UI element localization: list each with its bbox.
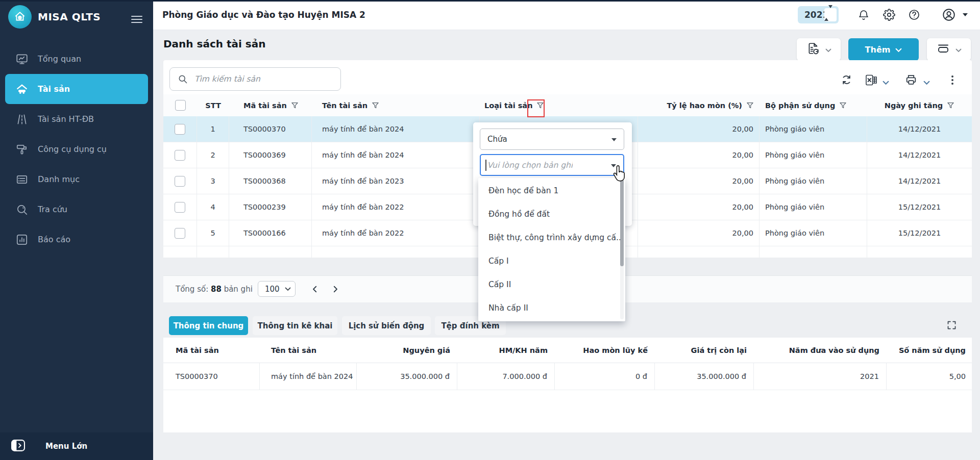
cell-dept: Phòng giáo viên: [760, 142, 867, 168]
scrollbar-thumb[interactable]: [620, 180, 624, 266]
sidebar-item-cong-cu-dung-cu[interactable]: Công cụ dụng cụ: [5, 134, 148, 164]
excel-export-icon[interactable]: [865, 74, 878, 88]
cell-name: máy tính để bàn 2022: [312, 194, 480, 220]
filter-value-combobox[interactable]: Vui lòng chọn bản ghi: [480, 154, 624, 176]
select-all-checkbox[interactable]: [175, 100, 186, 111]
filter-funnel-icon[interactable]: [839, 101, 847, 109]
detail-col-years-used: Số năm sử dụng: [887, 338, 972, 363]
cell-code: TS0000368: [229, 168, 312, 194]
filter-funnel-icon[interactable]: [746, 101, 754, 109]
sidebar-collapse-icon[interactable]: [131, 14, 142, 25]
row-checkbox[interactable]: [175, 150, 185, 161]
cell-stt: 2: [197, 142, 229, 168]
column-header-dept: Bộ phận sử dụng: [760, 94, 867, 116]
dashboard-icon: [15, 53, 29, 66]
cell-rate: 20,00: [638, 194, 760, 220]
scrollbar-track[interactable]: [620, 180, 624, 319]
menu-toggle-icon[interactable]: [11, 440, 25, 453]
detail-col-cost: Nguyên giá: [357, 338, 457, 363]
year-down-icon[interactable]: [828, 5, 832, 18]
layout-view-button[interactable]: [927, 38, 971, 61]
search-input[interactable]: [193, 74, 333, 84]
row-checkbox[interactable]: [175, 176, 185, 187]
prev-page-icon[interactable]: [310, 285, 320, 296]
asset-table-header: STT Mã tài sản Tên tài sản Loại tài sản …: [163, 94, 972, 117]
filter-option[interactable]: Đồng hồ để đất: [478, 202, 625, 226]
topbar: Phòng Giáo dục và Đào tạo Huyện MISA 2 2…: [153, 0, 980, 30]
sidebar-item-tai-san-ht-db[interactable]: Tài sản HT-ĐB: [5, 104, 148, 134]
asset-house-car-icon: [15, 83, 29, 96]
tab-lich-su-bien-dong[interactable]: Lịch sử biến động: [342, 316, 431, 335]
filter-option[interactable]: Cấp I: [478, 249, 625, 273]
cell-stt: 3: [197, 168, 229, 194]
sidebar-item-bao-cao[interactable]: Báo cáo: [5, 224, 148, 254]
sidebar-item-tra-cuu[interactable]: Tra cứu: [5, 194, 148, 224]
tab-thong-tin-chung[interactable]: Thông tin chung: [169, 316, 248, 335]
row-checkbox[interactable]: [175, 228, 185, 239]
filter-option[interactable]: Biệt thự, công trình xây dựng cấ...: [478, 226, 625, 249]
row-checkbox[interactable]: [175, 202, 185, 213]
page-size-select[interactable]: 100: [258, 281, 296, 297]
printer-icon[interactable]: [904, 73, 918, 88]
cell-rate: 20,00: [638, 142, 760, 168]
search-box[interactable]: [169, 67, 341, 91]
next-page-icon[interactable]: [331, 285, 340, 296]
report-chart-icon: [15, 233, 29, 246]
detail-col-year-in-use: Năm đưa vào sử dụng: [754, 338, 887, 363]
detail-col-name: Tên tài sản: [260, 338, 357, 363]
detail-col-dep-accum: Hao mòn lũy kế: [555, 338, 655, 363]
cell-dept: Phòng giáo viên: [760, 220, 867, 246]
search-icon: [178, 74, 188, 84]
detail-cell-dep-accum: 0 đ: [555, 363, 655, 390]
filter-funnel-icon[interactable]: [947, 101, 954, 109]
year-spinner[interactable]: [824, 8, 837, 21]
sidebar-item-danh-muc[interactable]: Danh mục: [5, 164, 148, 194]
menu-size-label[interactable]: Menu Lớn: [45, 442, 87, 451]
account-icon[interactable]: [942, 8, 956, 22]
cell-stt: 4: [197, 194, 229, 220]
chevron-down-icon: [825, 45, 831, 55]
sidebar: MISA QLTS Tổng quan Tài sản Tài sản HT-Đ…: [0, 0, 153, 460]
caret-down-icon[interactable]: [611, 164, 616, 167]
account-caret-icon[interactable]: [963, 13, 968, 16]
gear-icon[interactable]: [883, 9, 895, 21]
organization-title: Phòng Giáo dục và Đào tạo Huyện MISA 2: [162, 0, 365, 30]
select-all-cell: [163, 94, 197, 116]
cell-date: 14/12/2021: [867, 116, 972, 142]
kebab-menu-icon[interactable]: [950, 74, 954, 86]
refresh-icon[interactable]: [840, 73, 853, 88]
sidebar-item-label: Công cụ dụng cụ: [38, 144, 107, 154]
help-icon[interactable]: [908, 9, 920, 21]
detail-table-header: Mã tài sản Tên tài sản Nguyên giá HM/KH …: [163, 338, 972, 363]
export-button[interactable]: [797, 38, 841, 61]
filter-option[interactable]: Đèn học để bàn 1: [478, 179, 625, 202]
filter-funnel-icon[interactable]: [291, 101, 299, 109]
row-checkbox[interactable]: [175, 124, 185, 135]
printer-chevron-icon[interactable]: [923, 78, 930, 87]
year-selector[interactable]: 2021: [798, 6, 839, 23]
logo-house-icon: [13, 10, 27, 23]
cell-date: 14/12/2021: [867, 168, 972, 194]
cell-dept: Phòng giáo viên: [760, 116, 867, 142]
add-button[interactable]: Thêm: [848, 38, 919, 61]
cell-dept: Phòng giáo viên: [760, 194, 867, 220]
filter-option[interactable]: Cấp II: [478, 273, 625, 296]
excel-chevron-icon[interactable]: [883, 78, 889, 87]
filter-option[interactable]: Nhà cấp II: [478, 296, 625, 320]
year-up-icon[interactable]: [824, 8, 828, 21]
detail-col-code: Mã tài sản: [163, 338, 260, 363]
sidebar-item-tong-quan[interactable]: Tổng quan: [5, 44, 148, 74]
cell-name: máy tính để bàn 2022: [312, 220, 480, 246]
filter-operator-select[interactable]: Chứa: [480, 129, 624, 150]
cell-date: 15/12/2021: [867, 194, 972, 220]
detail-cell-remaining: 35.000.000 đ: [655, 363, 754, 390]
road-icon: [15, 113, 29, 126]
detail-table-row[interactable]: TS0000370 máy tính để bàn 2024 35.000.00…: [163, 363, 972, 390]
bell-icon[interactable]: [857, 9, 870, 21]
fullscreen-icon[interactable]: [946, 320, 958, 331]
total-count: 88: [211, 285, 222, 294]
cell-code: TS0000239: [229, 194, 312, 220]
tab-thong-tin-ke-khai[interactable]: Thông tin kê khai: [253, 316, 337, 335]
sidebar-item-tai-san[interactable]: Tài sản: [5, 74, 148, 104]
filter-funnel-icon[interactable]: [372, 101, 379, 109]
